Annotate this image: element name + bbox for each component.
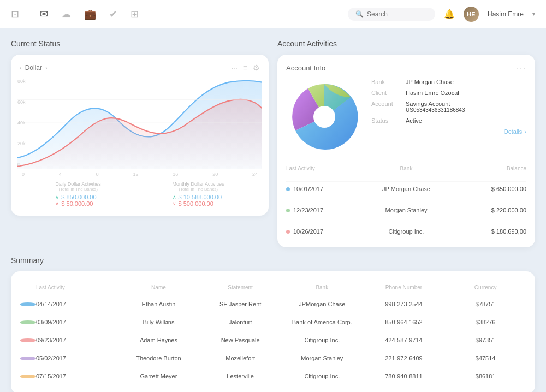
- nav-cloud-icon[interactable]: ☁: [61, 8, 71, 20]
- chart-controls: ··· ≡ ⚙: [231, 63, 260, 72]
- summary-row-4: 07/15/2017 Garrett Meyer Lesterville Cit…: [20, 367, 526, 385]
- nav-grid-icon[interactable]: ⊞: [130, 8, 139, 20]
- summary-row-0: 04/14/2017 Ethan Austin SF Jasper Rent J…: [20, 295, 526, 313]
- summary-date-2: 09/23/2017: [36, 337, 118, 343]
- summary-date-3: 05/02/2017: [36, 355, 118, 361]
- summary-phone-2: 424-587-9714: [363, 337, 445, 343]
- summary-currency-3: $47514: [444, 355, 526, 361]
- summary-bank-3: Morgan Stanley: [281, 355, 363, 361]
- summary-bank-0: JPMorgan Chase: [281, 301, 363, 307]
- nav-mail-icon[interactable]: ✉: [40, 8, 48, 20]
- pie-svg: [286, 79, 363, 155]
- summary-date-4: 07/15/2017: [36, 373, 118, 379]
- chart-settings-icon[interactable]: ⚙: [253, 63, 260, 72]
- summary-currency-4: $86181: [444, 373, 526, 379]
- activity-bank-1: Morgan Stanley: [366, 207, 447, 213]
- summary-name-3: Theodore Burton: [118, 355, 200, 361]
- avatar: HE: [464, 7, 479, 22]
- activity-dot-1: [286, 209, 290, 212]
- summary-row-2: 09/23/2017 Adam Haynes New Pasquale Citi…: [20, 331, 526, 349]
- activity-table-header: Last Activity Bank Balance: [286, 162, 526, 175]
- status-row: Status Active: [371, 117, 526, 124]
- legend-daily-stats: ∧ $ 850.000.00 ∨ $ 50.000.00: [55, 194, 101, 207]
- summary-title: Summary: [11, 256, 535, 265]
- summary-section: Summary Last Activity Name Statement Ban…: [11, 256, 535, 392]
- summary-col-currency: Currency: [444, 284, 526, 290]
- account-number: US05343436331186843: [406, 107, 465, 113]
- chart-x-labels: 0 4 8 12 16 20 24: [20, 171, 260, 177]
- account-info-header: Account Info ···: [286, 63, 526, 72]
- summary-table-header: Last Activity Name Statement Bank Phone …: [20, 280, 526, 295]
- summary-row-3: 05/02/2017 Theodore Burton Mozellefort M…: [20, 349, 526, 367]
- legend-monthly: Monthly Dollar Activities (Total In The …: [173, 181, 224, 207]
- chart-legend: Daily Dollar Activities (Total In The Ba…: [20, 181, 260, 207]
- activity-dot-0: [286, 187, 290, 191]
- summary-statement-0: SF Jasper Rent: [199, 301, 281, 307]
- account-info-title: Account Info: [286, 64, 325, 72]
- summary-date-1: 03/09/2017: [36, 319, 118, 325]
- activity-balance-1: $ 220.000,00: [446, 207, 526, 213]
- summary-col-statement: Statement: [199, 284, 281, 290]
- activity-date-0: 10/01/2017: [293, 186, 323, 192]
- search-icon: 🔍: [355, 10, 364, 18]
- search-box[interactable]: 🔍: [348, 8, 435, 21]
- nav-check-icon[interactable]: ✔: [109, 8, 117, 20]
- summary-bank-4: Citigroup Inc.: [281, 373, 363, 379]
- chart-label: Dollar: [25, 64, 42, 72]
- activity-balance-0: $ 650.000,00: [446, 186, 526, 192]
- summary-rows-container: 04/14/2017 Ethan Austin SF Jasper Rent J…: [20, 295, 526, 385]
- current-status-title: Current Status: [11, 39, 269, 48]
- account-activities-title: Account Activities: [277, 39, 535, 48]
- activity-bank-0: JP Morgan Chase: [366, 186, 447, 192]
- activity-dot-2: [286, 230, 290, 234]
- summary-dot-3: [20, 357, 36, 360]
- chart-next-btn[interactable]: ›: [45, 64, 48, 71]
- summary-dot-2: [20, 338, 36, 342]
- summary-currency-1: $38276: [444, 319, 526, 325]
- search-input[interactable]: [367, 10, 422, 18]
- activity-date-2: 10/26/2017: [293, 228, 323, 235]
- summary-name-0: Ethan Austin: [118, 301, 200, 307]
- user-menu-chevron[interactable]: ▾: [532, 11, 535, 17]
- summary-name-2: Adam Haynes: [118, 337, 200, 343]
- bell-icon[interactable]: 🔔: [444, 9, 455, 19]
- account-details: Bank JP Morgan Chase Client Hasim Emre O…: [371, 79, 526, 135]
- account-activities-card: Account Info ···: [277, 55, 535, 247]
- summary-dot-1: [20, 320, 36, 324]
- monthly-up-value: $ 10.588.000.00: [179, 194, 222, 200]
- summary-statement-2: New Pasquale: [199, 337, 281, 343]
- account-type: Savings Account: [406, 100, 465, 107]
- summary-statement-4: Lesterville: [199, 373, 281, 379]
- summary-currency-0: $78751: [444, 301, 526, 307]
- chart-list-icon[interactable]: ≡: [243, 63, 247, 72]
- daily-up-value: $ 850.000.00: [61, 194, 96, 200]
- summary-col-dot: [20, 284, 36, 290]
- account-row: Account Savings Account US05343436331186…: [371, 100, 526, 113]
- activity-row-2: 10/26/2017 Citigroup Inc. $ 180.690,00: [286, 224, 526, 239]
- user-name[interactable]: Hasim Emre: [488, 10, 524, 18]
- summary-col-bank: Bank: [281, 284, 363, 290]
- chart-prev-btn[interactable]: ‹: [20, 64, 22, 71]
- client-row: Client Hasim Emre Ozocal: [371, 90, 526, 96]
- account-info-body: Bank JP Morgan Chase Client Hasim Emre O…: [286, 79, 526, 155]
- summary-statement-1: Jalonfurt: [199, 319, 281, 325]
- current-status-card: ‹ Dollar › ··· ≡ ⚙: [11, 55, 269, 216]
- account-info-dots[interactable]: ···: [517, 63, 526, 72]
- summary-col-name: Name: [118, 284, 200, 290]
- chart-nav: ‹ Dollar ›: [20, 64, 48, 72]
- summary-phone-0: 998-273-2544: [363, 301, 445, 307]
- activity-row-0: 10/01/2017 JP Morgan Chase $ 650.000,00: [286, 181, 526, 196]
- summary-col-phone: Phone Number: [363, 284, 445, 290]
- summary-phone-3: 221-972-6409: [363, 355, 445, 361]
- summary-card: Last Activity Name Statement Bank Phone …: [11, 271, 535, 392]
- summary-phone-4: 780-940-8811: [363, 373, 445, 379]
- chart-dots-icon[interactable]: ···: [231, 63, 238, 72]
- col-bank: Bank: [366, 165, 447, 171]
- summary-name-1: Billy Wilkins: [118, 319, 200, 325]
- red-area: [17, 99, 262, 169]
- summary-col-date: Last Activity: [36, 284, 118, 290]
- legend-daily: Daily Dollar Activities (Total In The Ba…: [55, 181, 101, 207]
- chart-header: ‹ Dollar › ··· ≡ ⚙: [20, 63, 260, 72]
- nav-briefcase-icon[interactable]: 💼: [84, 8, 96, 20]
- details-link[interactable]: Details ›: [371, 128, 526, 135]
